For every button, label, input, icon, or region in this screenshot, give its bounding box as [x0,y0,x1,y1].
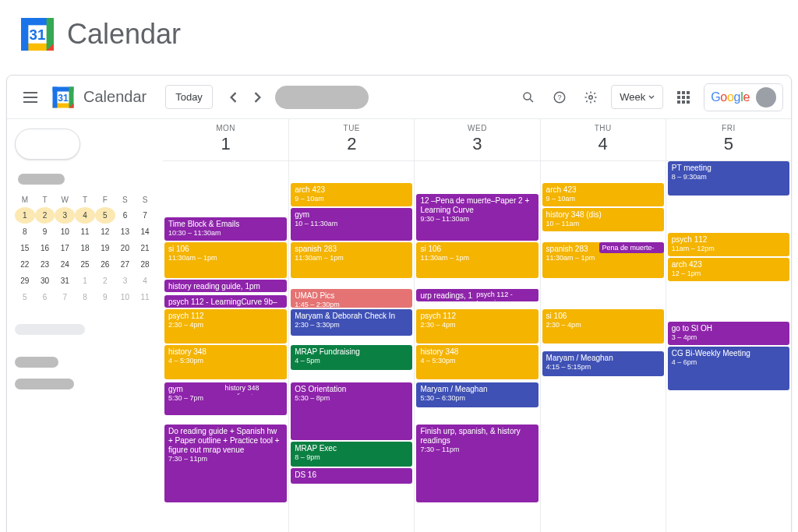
calendar-event[interactable]: gym10 – 11:30am [291,208,412,241]
mini-cal-day[interactable]: 9 [95,289,115,305]
app-logo[interactable]: 31 Calendar [49,83,147,111]
mini-cal-day[interactable]: 12 [95,224,115,240]
mini-cal-day[interactable]: 21 [135,240,155,256]
calendar-event[interactable]: OS Orientation5:30 – 8pm [291,382,412,440]
mini-cal-day[interactable]: 4 [75,207,95,224]
mini-cal-day[interactable]: 18 [75,240,95,256]
settings-button[interactable] [577,83,605,111]
mini-cal-day[interactable]: 8 [75,289,95,305]
calendar-event[interactable]: history 3484 – 5:30pm [416,345,538,379]
calendar-event[interactable]: history reading guide, 1pm [164,280,287,292]
calendar-event[interactable]: psych 1122:30 – 4pm [416,309,538,344]
calendar-event[interactable]: DS 16 [291,468,412,484]
mini-cal-day[interactable]: 1 [75,273,95,289]
main-menu-button[interactable] [15,82,46,113]
event-time: 2:30 – 4pm [420,321,534,329]
mini-cal-day[interactable]: 2 [95,273,115,289]
mini-cal-day[interactable]: 8 [15,224,35,240]
calendar-event[interactable]: si 1062:30 – 4pm [542,309,664,344]
search-button[interactable] [514,83,542,111]
calendar-event[interactable]: 12 –Pena de muerte–Paper 2 + Learning Cu… [416,194,538,241]
svg-rect-10 [53,86,58,107]
calendar-event[interactable]: history 348 reading + [221,382,287,395]
mini-cal-day[interactable]: 19 [95,240,115,256]
calendar-event[interactable]: psych 112 - Learning [473,289,538,301]
calendar-event[interactable]: PT meeting8 – 9:30am [668,161,789,196]
calendar-event[interactable]: history 348 (dis)10 – 11am [542,208,664,231]
calendar-event[interactable]: si 10611:30am – 1pm [164,242,287,278]
mini-cal-day[interactable]: 10 [115,289,136,305]
calendar-event[interactable]: psych 1122:30 – 4pm [164,309,287,344]
mini-cal-day[interactable]: 3 [55,207,75,224]
calendar-event[interactable]: Maryam & Deborah Check In2:30 – 3:30pm [291,309,412,336]
mini-cal-day[interactable]: 26 [95,256,115,273]
mini-cal-day[interactable]: 9 [35,224,55,240]
calendar-event[interactable]: MRAP Fundraising4 – 5pm [291,345,412,370]
calendar-event[interactable]: CG Bi-Weekly Meeting4 – 6pm [668,347,789,390]
prev-week-button[interactable] [221,85,245,110]
mini-cal-day[interactable]: 3 [115,273,136,289]
mini-cal-day[interactable]: 5 [95,207,115,224]
mini-cal-day[interactable]: 2 [35,207,55,224]
event-time: 5:30 – 6:30pm [420,394,534,403]
calendar-event[interactable]: Do reading guide + Spanish hw + Paper ou… [164,425,287,502]
help-button[interactable]: ? [546,83,574,111]
mini-cal-day[interactable]: 24 [55,256,75,273]
mini-calendar[interactable]: MTWTFSS 12345678910111213141516171819202… [15,192,155,305]
event-time: 11:30am – 1pm [420,254,534,262]
mini-cal-day[interactable]: 7 [135,207,155,224]
calendar-event[interactable]: arch 42312 – 1pm [668,258,789,281]
calendar-event[interactable]: go to SI OH3 – 4pm [668,322,789,345]
mini-cal-day[interactable]: 5 [15,289,35,305]
calendar-event[interactable]: arch 4239 – 10am [542,183,664,206]
mini-cal-day[interactable]: 13 [115,224,136,240]
event-title: Finish urp, spanish, & history readings [420,427,534,446]
account-switcher[interactable]: Google [704,83,783,111]
next-week-button[interactable] [245,85,270,110]
day-column[interactable]: PT meeting8 – 9:30ampsych 11211am – 12pm… [666,161,791,532]
calendar-event[interactable]: Maryam / Meaghan4:15 – 5:15pm [542,351,664,376]
calendar-event[interactable]: Finish urp, spanish, & history readings7… [416,425,538,502]
mini-cal-day[interactable]: 1 [15,207,35,224]
mini-cal-day[interactable]: 7 [55,289,75,305]
calendar-event[interactable]: Pena de muerte-Pap [599,242,664,253]
calendar-event[interactable]: si 10611:30am – 1pm [416,242,538,278]
calendar-event[interactable]: psych 112 - LearningCurve 9b–c, 2pm [164,295,287,308]
calendar-event[interactable]: psych 11211am – 12pm [668,233,789,256]
mini-cal-day[interactable]: 17 [55,240,75,256]
view-selector[interactable]: Week [611,85,663,109]
calendar-event[interactable]: history 3484 – 5:30pm [164,345,287,379]
mini-cal-day[interactable]: 6 [35,289,55,305]
day-column[interactable]: arch 4239 – 10amgym10 – 11:30amspanish 2… [288,161,414,532]
mini-cal-day[interactable]: 14 [135,224,155,240]
mini-cal-day[interactable]: 10 [55,224,75,240]
mini-cal-day[interactable]: 23 [35,256,55,273]
google-apps-button[interactable] [669,83,697,111]
create-event-button[interactable] [15,129,80,160]
mini-cal-day[interactable]: 6 [115,207,136,224]
mini-cal-day[interactable]: 20 [115,240,136,256]
mini-cal-day[interactable]: 25 [75,256,95,273]
mini-cal-day[interactable]: 11 [135,289,155,305]
day-header-num: 2 [289,134,414,154]
mini-cal-day[interactable]: 27 [115,256,136,273]
mini-cal-day[interactable]: 31 [55,273,75,289]
calendar-event[interactable]: Maryam / Meaghan5:30 – 6:30pm [416,382,538,407]
calendar-event[interactable]: arch 4239 – 10am [291,183,412,206]
mini-cal-day[interactable]: 16 [35,240,55,256]
mini-cal-day[interactable]: 22 [15,256,35,273]
calendar-event[interactable]: UMAD Pics1:45 – 2:30pm [291,289,412,308]
mini-cal-day[interactable]: 30 [35,273,55,289]
calendar-event[interactable]: MRAP Exec8 – 9pm [291,442,412,467]
calendar-event[interactable]: Time Block & Emails10:30 – 11:30am [164,217,287,241]
today-button[interactable]: Today [165,85,213,109]
calendar-event[interactable]: spanish 28311:30am – 1pm [291,242,412,278]
day-column[interactable]: arch 4239 – 10amhistory 348 (dis)10 – 11… [540,161,666,532]
mini-cal-day[interactable]: 11 [75,224,95,240]
mini-cal-day[interactable]: 15 [15,240,35,256]
mini-cal-day[interactable]: 4 [135,273,155,289]
day-column[interactable]: Time Block & Emails10:30 – 11:30amsi 106… [163,161,288,532]
mini-cal-day[interactable]: 29 [15,273,35,289]
mini-cal-day[interactable]: 28 [135,256,155,273]
day-column[interactable]: 12 –Pena de muerte–Paper 2 + Learning Cu… [414,161,539,532]
